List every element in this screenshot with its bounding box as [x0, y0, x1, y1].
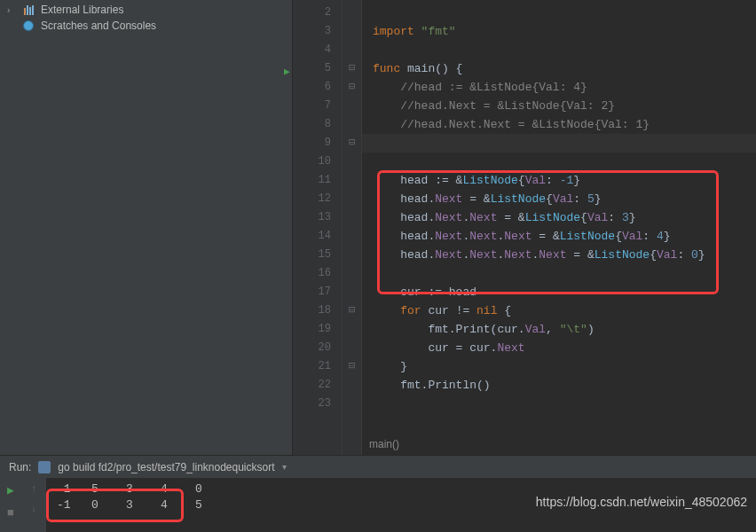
line-number: 22	[293, 376, 331, 395]
code-line[interactable]: head.Next.Next.Next.Next = &ListNode{Val…	[373, 246, 756, 264]
code-line[interactable]	[373, 264, 756, 283]
line-number: 9	[293, 134, 331, 153]
fold-marker[interactable]: ⊟	[343, 134, 361, 153]
gutter-fold-column: ⊟⊟⊟⊟⊟	[343, 0, 362, 455]
up-icon[interactable]: ↑	[30, 483, 36, 496]
sidebar-item-scratches[interactable]: Scratches and Consoles	[0, 18, 292, 34]
line-number: 13	[293, 208, 331, 227]
line-number: 8	[293, 115, 331, 134]
fold-marker	[343, 227, 361, 246]
line-number: 4	[293, 41, 331, 59]
run-toolbar-left: ▶ ■ ▤	[0, 478, 21, 532]
line-number: 10	[293, 153, 331, 171]
line-number: 17	[293, 283, 331, 301]
library-icon	[21, 4, 35, 16]
fold-marker	[343, 246, 361, 264]
code-line[interactable]: head.Next.Next.Next = &ListNode{Val: 4}	[373, 227, 756, 246]
main-split: › External Libraries Scratches and Conso…	[0, 0, 756, 455]
line-number: 15	[293, 246, 331, 264]
chevron-right-icon: ›	[7, 5, 16, 15]
code-line[interactable]	[373, 4, 756, 22]
line-number: 18	[293, 301, 331, 320]
code-line[interactable]: fmt.Println()	[373, 376, 756, 395]
code-area[interactable]: import "fmt"func main() { //head := &Lis…	[362, 0, 756, 455]
line-number: 20	[293, 339, 331, 357]
sidebar-item-label: External Libraries	[41, 4, 123, 16]
fold-marker[interactable]: ⊟	[343, 301, 361, 320]
fold-marker	[343, 41, 361, 59]
scratch-icon	[21, 20, 35, 32]
line-number: 6	[293, 78, 331, 97]
fold-marker[interactable]: ⊟	[343, 78, 361, 97]
output-line	[57, 513, 756, 529]
line-number: 11	[293, 171, 331, 190]
fold-marker	[343, 376, 361, 395]
fold-marker	[343, 171, 361, 190]
watermark-text: https://blog.csdn.net/weixin_48502062	[536, 495, 747, 509]
line-number: 23	[293, 395, 331, 413]
fold-marker[interactable]: ⊟	[343, 59, 361, 78]
fold-marker	[343, 190, 361, 208]
code-line[interactable]	[373, 153, 756, 171]
fold-marker	[343, 320, 361, 339]
code-line[interactable]: for cur != nil {	[373, 301, 756, 320]
rerun-button[interactable]: ▶	[7, 483, 14, 497]
stop-button[interactable]: ■	[7, 506, 14, 520]
line-number: 7	[293, 97, 331, 115]
code-line[interactable]: cur = cur.Next	[373, 339, 756, 357]
fold-marker	[343, 283, 361, 301]
fold-marker	[343, 22, 361, 41]
sidebar-item-external-libraries[interactable]: › External Libraries	[0, 2, 292, 18]
fold-marker	[343, 115, 361, 134]
code-line[interactable]	[373, 41, 756, 59]
line-number: 21	[293, 357, 331, 376]
line-number: 14	[293, 227, 331, 246]
fold-marker	[343, 339, 361, 357]
editor[interactable]: 2345▶67891011121314151617181920212223 ⊟⊟…	[293, 0, 756, 455]
project-sidebar: › External Libraries Scratches and Conso…	[0, 0, 293, 455]
fold-marker	[343, 4, 361, 22]
gutter-line-numbers: 2345▶67891011121314151617181920212223	[293, 0, 343, 455]
build-config-icon	[38, 461, 51, 473]
code-line[interactable]: head.Next = &ListNode{Val: 5}	[373, 190, 756, 208]
code-line[interactable]: fmt.Print(cur.Val, "\t")	[373, 320, 756, 339]
line-number: 19	[293, 320, 331, 339]
fold-marker	[343, 395, 361, 413]
fold-marker	[343, 153, 361, 171]
line-number: 5▶	[293, 59, 331, 78]
code-line[interactable]: head := &ListNode{Val: -1}	[373, 171, 756, 190]
run-header-label: Run:	[9, 461, 31, 473]
code-line[interactable]: import "fmt"	[373, 22, 756, 41]
fold-marker[interactable]: ⊟	[343, 357, 361, 376]
dropdown-icon[interactable]: ▾	[282, 462, 287, 472]
code-line[interactable]	[373, 395, 756, 413]
code-line[interactable]: //head := &ListNode{Val: 4}	[373, 78, 756, 97]
code-line[interactable]: //head.Next.Next = &ListNode{Val: 1}	[373, 115, 756, 134]
line-number: 3	[293, 22, 331, 41]
code-line[interactable]: cur := head	[373, 283, 756, 301]
line-number: 12	[293, 190, 331, 208]
run-config-name[interactable]: go build fd2/pro_test/test79_linknodequi…	[58, 461, 274, 473]
fold-marker	[343, 97, 361, 115]
breadcrumb[interactable]: main()	[362, 438, 406, 454]
code-line[interactable]: //head.Next = &ListNode{Val: 2}	[373, 97, 756, 115]
sidebar-item-label: Scratches and Consoles	[41, 20, 156, 32]
run-toolbar-nav: ↑ ↓	[21, 478, 46, 532]
fold-marker	[343, 264, 361, 283]
fold-marker	[343, 208, 361, 227]
code-line[interactable]: }	[373, 357, 756, 376]
run-panel-header: Run: go build fd2/pro_test/test79_linkno…	[0, 455, 756, 478]
run-line-icon[interactable]: ▶	[284, 63, 290, 82]
line-number: 16	[293, 264, 331, 283]
line-number: 2	[293, 4, 331, 22]
code-line[interactable]: head.Next.Next = &ListNode{Val: 3}	[373, 208, 756, 227]
down-icon[interactable]: ↓	[30, 503, 36, 515]
code-line[interactable]: func main() {	[373, 59, 756, 78]
layout-icon[interactable]: ▤	[7, 528, 14, 532]
